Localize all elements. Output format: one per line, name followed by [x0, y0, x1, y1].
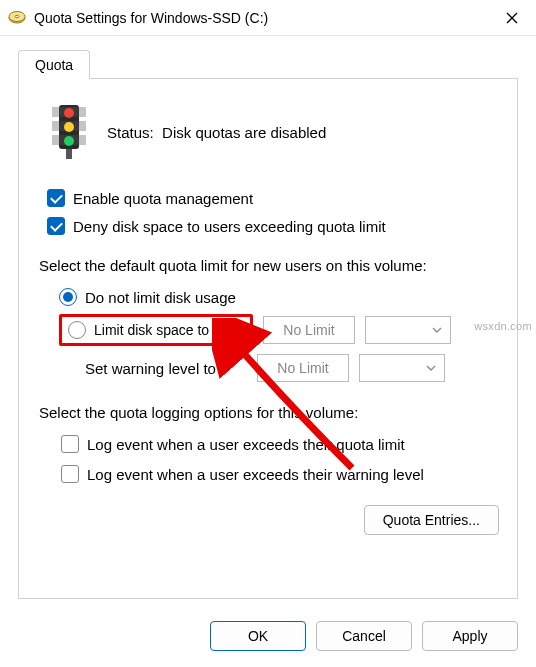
apply-button[interactable]: Apply	[422, 621, 518, 651]
watermark: wsxdn.com	[474, 320, 532, 332]
footer-buttons: OK Cancel Apply	[0, 609, 536, 665]
tab-body-quota: Status: Disk quotas are disabled Enable …	[18, 79, 518, 599]
log-exceed-limit-checkbox[interactable]	[61, 435, 79, 453]
deny-space-label: Deny disk space to users exceeding quota…	[73, 218, 386, 235]
traffic-light-icon	[49, 103, 89, 161]
enable-quota-row: Enable quota management	[47, 189, 499, 207]
quota-entries-button[interactable]: Quota Entries...	[364, 505, 499, 535]
quota-entries-row: Quota Entries...	[37, 505, 499, 535]
svg-point-2	[15, 15, 19, 17]
radio-limit-row: Limit disk space to	[59, 314, 499, 346]
cancel-button[interactable]: Cancel	[316, 621, 412, 651]
svg-point-7	[64, 108, 74, 118]
section-logging: Select the quota logging options for thi…	[39, 404, 499, 421]
ok-button[interactable]: OK	[210, 621, 306, 651]
titlebar: Quota Settings for Windows-SSD (C:)	[0, 0, 536, 36]
warning-row: Set warning level to	[59, 354, 499, 382]
radio-no-limit-row: Do not limit disk usage	[59, 288, 499, 306]
log-exceed-limit-row: Log event when a user exceeds their quot…	[61, 435, 499, 453]
warning-label: Set warning level to	[59, 360, 247, 377]
section-default-limit: Select the default quota limit for new u…	[39, 257, 499, 274]
deny-space-checkbox[interactable]	[47, 217, 65, 235]
status-text: Status: Disk quotas are disabled	[107, 124, 326, 141]
enable-quota-checkbox[interactable]	[47, 189, 65, 207]
status-prefix: Status:	[107, 124, 154, 141]
limit-unit-select[interactable]	[365, 316, 451, 344]
tabs: Quota	[18, 50, 518, 79]
close-button[interactable]	[492, 3, 532, 33]
radio-limit-to[interactable]	[68, 321, 86, 339]
log-exceed-warn-label: Log event when a user exceeds their warn…	[87, 466, 424, 483]
limit-value-input[interactable]	[263, 316, 355, 344]
radio-no-limit-label: Do not limit disk usage	[85, 289, 236, 306]
svg-point-8	[64, 122, 74, 132]
log-exceed-warn-row: Log event when a user exceeds their warn…	[61, 465, 499, 483]
warn-value-input[interactable]	[257, 354, 349, 382]
enable-quota-label: Enable quota management	[73, 190, 253, 207]
warn-unit-select[interactable]	[359, 354, 445, 382]
svg-point-9	[64, 136, 74, 146]
content-area: Quota Status: Disk quotas are disabled	[0, 36, 536, 609]
tab-quota[interactable]: Quota	[18, 50, 90, 79]
disk-icon	[8, 9, 26, 27]
log-exceed-warn-checkbox[interactable]	[61, 465, 79, 483]
log-exceed-limit-label: Log event when a user exceeds their quot…	[87, 436, 405, 453]
radio-no-limit[interactable]	[59, 288, 77, 306]
status-value: Disk quotas are disabled	[162, 124, 326, 141]
window-title: Quota Settings for Windows-SSD (C:)	[34, 10, 492, 26]
status-row: Status: Disk quotas are disabled	[49, 103, 499, 161]
radio-limit-to-label: Limit disk space to	[94, 322, 244, 338]
svg-rect-10	[66, 149, 72, 159]
highlight-box: Limit disk space to	[59, 314, 253, 346]
deny-space-row: Deny disk space to users exceeding quota…	[47, 217, 499, 235]
